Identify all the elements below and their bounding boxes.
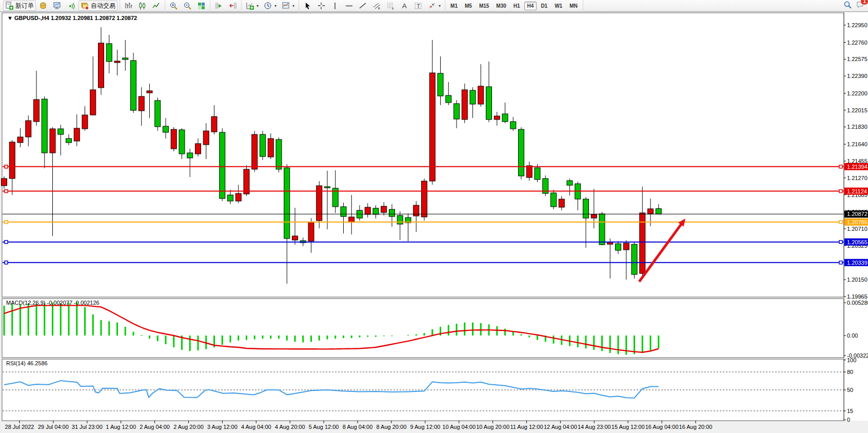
chevron-down-icon[interactable]: ▾ <box>439 4 441 8</box>
vertical-line-button[interactable] <box>329 1 342 11</box>
chart-panel[interactable] <box>2 13 844 297</box>
chart-profile-button[interactable] <box>37 1 50 11</box>
svg-text:1.21394: 1.21394 <box>847 164 867 170</box>
text-label-button[interactable]: T <box>412 1 425 11</box>
timeframe-m1[interactable]: M1 <box>447 2 461 10</box>
candle <box>106 44 112 62</box>
text-button[interactable]: A <box>398 1 411 11</box>
chart-shift-button[interactable] <box>226 1 239 11</box>
linechart-icon <box>152 2 161 10</box>
candle <box>397 215 403 224</box>
auto-scroll-button[interactable] <box>212 1 225 11</box>
candle <box>438 73 443 96</box>
candle <box>422 181 427 217</box>
search-icon[interactable] <box>843 1 852 11</box>
tile-windows-button[interactable] <box>195 1 208 11</box>
candle <box>502 114 508 122</box>
tiles-icon <box>197 2 206 10</box>
chat-icon[interactable]: 1 <box>856 1 865 11</box>
svg-text:1.22390: 1.22390 <box>847 73 867 79</box>
candle <box>599 214 605 245</box>
new-order-button[interactable]: 新订单 <box>3 1 36 11</box>
autoscroll-icon <box>214 2 223 10</box>
signals-button[interactable] <box>65 1 77 11</box>
equidistant-channel-button[interactable]: E <box>370 1 383 11</box>
candle <box>462 90 467 120</box>
chevron-down-icon[interactable]: ▾ <box>292 4 294 8</box>
timeframe-d1[interactable]: D1 <box>538 2 550 10</box>
svg-text:50: 50 <box>847 387 853 393</box>
candle <box>42 99 47 153</box>
candle <box>349 217 354 222</box>
svg-text:10 Aug 04:00: 10 Aug 04:00 <box>442 424 476 430</box>
candle <box>114 61 120 63</box>
svg-text:15 Aug 12:00: 15 Aug 12:00 <box>611 424 645 430</box>
candle <box>74 128 80 141</box>
candle <box>123 58 128 60</box>
templates-button[interactable]: ▾ <box>280 1 297 11</box>
crosshair-icon <box>317 2 326 10</box>
timeframe-h4[interactable]: H4 <box>524 2 537 10</box>
candle <box>26 121 31 137</box>
zoom-in-button[interactable] <box>167 1 180 11</box>
candle <box>308 222 314 241</box>
zoom-out-button[interactable] <box>181 1 194 11</box>
candle <box>147 91 152 93</box>
candle <box>284 168 290 239</box>
fibonacci-button[interactable]: F <box>384 1 397 11</box>
line-chart-button[interactable] <box>150 1 163 11</box>
candle <box>535 168 540 180</box>
svg-text:1 Aug 12:00: 1 Aug 12:00 <box>106 424 136 430</box>
chart-window[interactable]: 1.229501.227601.225751.223901.222001.220… <box>0 12 868 433</box>
svg-text:1.20565: 1.20565 <box>847 239 867 245</box>
svg-text:2 Aug 04:00: 2 Aug 04:00 <box>140 424 170 430</box>
svg-text:1.22575: 1.22575 <box>847 56 867 62</box>
chevron-down-icon[interactable]: ▾ <box>257 4 259 8</box>
chart-panel[interactable] <box>2 299 844 358</box>
candle <box>203 131 209 145</box>
candle <box>90 90 96 115</box>
indicators-button[interactable]: ▾ <box>244 1 261 11</box>
candle <box>656 209 661 214</box>
timeframe-m15[interactable]: M15 <box>476 2 492 10</box>
timeframe-mn[interactable]: MN <box>566 2 581 10</box>
svg-text:8 Aug 04:00: 8 Aug 04:00 <box>343 424 373 430</box>
svg-text:1.20339: 1.20339 <box>847 260 867 266</box>
svg-text:0.00: 0.00 <box>847 332 858 339</box>
periods-button[interactable]: ▾ <box>262 1 279 11</box>
signal-icon <box>67 2 75 10</box>
timeframe-w1[interactable]: W1 <box>551 2 565 10</box>
price-chart[interactable]: 1.229501.227601.225751.223901.222001.220… <box>0 12 868 433</box>
time-axis[interactable]: 28 Jul 202229 Jul 04:0031 Jul 23:001 Aug… <box>5 421 713 430</box>
candle <box>494 116 500 120</box>
svg-text:12 Aug 04:00: 12 Aug 04:00 <box>544 424 577 430</box>
macd-label: MACD(12,26,9) -0.002077 -0.002126 <box>6 300 100 306</box>
svg-text:T: T <box>417 3 420 9</box>
auto-trading-button[interactable]: 自动交易 <box>78 1 117 11</box>
svg-text:8 Aug 20:00: 8 Aug 20:00 <box>377 424 407 430</box>
arrows-button[interactable]: ▾ <box>426 1 443 11</box>
svg-text:E: E <box>378 7 380 10</box>
shift-icon <box>228 2 237 10</box>
svg-text:5 Aug 12:00: 5 Aug 12:00 <box>309 424 339 430</box>
svg-text:1.20785: 1.20785 <box>847 219 867 225</box>
horizontal-line-button[interactable] <box>343 1 356 11</box>
crosshair-button[interactable] <box>315 1 328 11</box>
timeframe-m5[interactable]: M5 <box>462 2 475 10</box>
timeframe-m30[interactable]: M30 <box>493 2 509 10</box>
svg-text:28 Jul 2022: 28 Jul 2022 <box>5 424 34 430</box>
candle <box>195 144 201 154</box>
cursor-button[interactable] <box>301 1 314 11</box>
timeframe-h1[interactable]: H1 <box>510 2 523 10</box>
market-watch-button[interactable] <box>51 1 64 11</box>
svg-text:1.19965: 1.19965 <box>847 293 867 300</box>
candlestick-button[interactable] <box>136 1 149 11</box>
chevron-down-icon[interactable]: ▾ <box>274 4 277 8</box>
candle <box>454 104 460 119</box>
svg-text:2 Aug 20:00: 2 Aug 20:00 <box>173 424 204 430</box>
bar-chart-button[interactable] <box>122 1 135 11</box>
candle <box>66 139 72 143</box>
doc-plus-icon <box>5 2 14 10</box>
candle <box>244 169 249 194</box>
trendline-button[interactable] <box>357 1 369 11</box>
